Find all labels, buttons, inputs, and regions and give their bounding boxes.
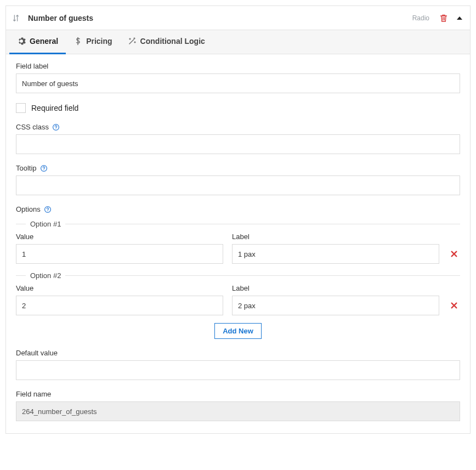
css-class-input[interactable] <box>16 134 460 154</box>
default-value-group: Default value <box>16 349 460 380</box>
required-checkbox[interactable] <box>16 103 26 113</box>
field-label-input[interactable] <box>16 73 460 93</box>
option-label-input[interactable] <box>232 244 439 264</box>
tooltip-group: Tooltip <box>16 164 460 195</box>
required-label: Required field <box>31 104 78 112</box>
option-fieldset: Option #2 Value Label <box>16 271 460 315</box>
panel-header: Number of guests Radio <box>6 6 470 30</box>
gear-icon <box>17 37 26 46</box>
help-icon[interactable] <box>40 165 48 172</box>
option-value-input[interactable] <box>16 244 223 264</box>
field-type-badge: Radio <box>412 14 429 22</box>
drag-handle-icon[interactable] <box>12 14 20 22</box>
tab-pricing[interactable]: Pricing <box>66 30 120 54</box>
field-editor-panel: Number of guests Radio General Pricing <box>5 5 471 434</box>
tab-general-label: General <box>30 37 58 46</box>
collapse-toggle-icon[interactable] <box>457 16 462 20</box>
dollar-icon <box>73 37 82 46</box>
delete-button[interactable] <box>439 14 448 22</box>
help-icon[interactable] <box>52 123 60 131</box>
value-caption: Value <box>16 233 223 241</box>
add-new-button[interactable]: Add New <box>214 323 262 339</box>
option-legend: Option #1 <box>26 220 65 228</box>
css-class-group: CSS class <box>16 123 460 154</box>
options-group: Options Option #1 Value Label <box>16 205 460 339</box>
default-value-input[interactable] <box>16 360 460 380</box>
option-fieldset: Option #1 Value Label <box>16 220 460 264</box>
css-class-caption: CSS class <box>16 123 49 131</box>
tooltip-input[interactable] <box>16 175 460 195</box>
option-legend: Option #2 <box>26 271 65 280</box>
option-value-input[interactable] <box>16 296 223 315</box>
tab-bar: General Pricing Conditional Logic <box>6 30 470 54</box>
svg-point-5 <box>47 211 48 211</box>
required-row: Required field <box>16 103 460 113</box>
help-icon[interactable] <box>44 206 52 213</box>
wand-icon <box>128 37 137 46</box>
panel-title: Number of guests <box>28 14 412 22</box>
tab-pricing-label: Pricing <box>86 37 112 46</box>
field-label-group: Field label <box>16 62 460 93</box>
label-caption: Label <box>232 284 439 292</box>
field-name-caption: Field name <box>16 390 460 398</box>
remove-option-button[interactable] <box>448 296 460 315</box>
field-label-caption: Field label <box>16 62 460 70</box>
value-caption: Value <box>16 284 223 292</box>
field-name-group: Field name <box>16 390 460 421</box>
options-caption: Options <box>16 205 41 213</box>
general-tab-content: Field label Required field CSS class Too… <box>6 54 470 433</box>
tooltip-caption: Tooltip <box>16 164 37 172</box>
svg-point-3 <box>43 169 44 170</box>
tab-general[interactable]: General <box>9 30 66 54</box>
svg-point-1 <box>55 128 56 129</box>
option-label-input[interactable] <box>232 296 439 315</box>
label-caption: Label <box>232 233 439 241</box>
remove-option-button[interactable] <box>448 244 460 264</box>
field-name-input <box>16 401 460 421</box>
tab-conditional[interactable]: Conditional Logic <box>120 30 213 54</box>
default-value-caption: Default value <box>16 349 460 357</box>
tab-conditional-label: Conditional Logic <box>140 37 205 46</box>
